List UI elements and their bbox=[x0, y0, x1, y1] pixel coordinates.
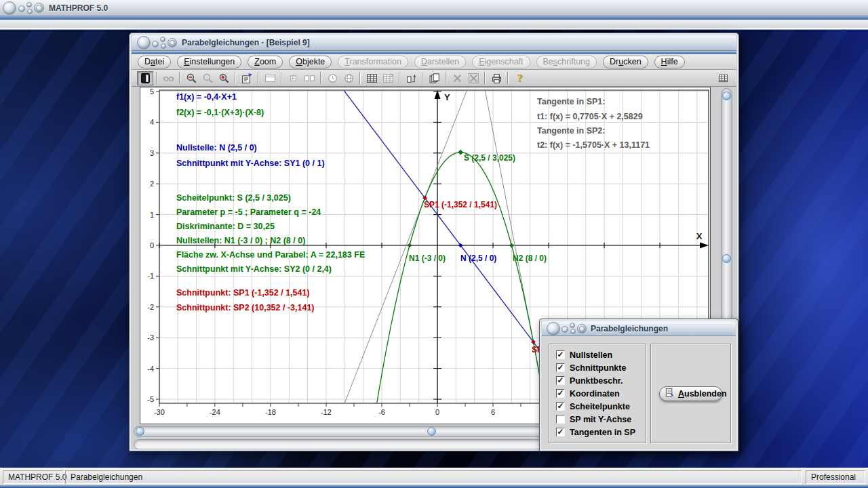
ausblenden-button[interactable]: Ausblenden bbox=[659, 386, 722, 401]
properties-icon[interactable] bbox=[239, 71, 255, 85]
checkbox-label: Scheitelpunkte bbox=[570, 402, 630, 411]
svg-text:S (2,5 / 3,025): S (2,5 / 3,025) bbox=[464, 153, 515, 163]
menu-zoom[interactable]: Zoom bbox=[248, 56, 283, 68]
graph-annotation: Nullstelle: N (2,5 / 0) bbox=[176, 143, 257, 152]
graph-annotation: Fläche zw. X-Achse und Parabel: A = 22,1… bbox=[176, 250, 365, 260]
checkbox-checked[interactable]: ✓ bbox=[556, 402, 565, 411]
clear-all-icon bbox=[465, 71, 481, 85]
graph-annotation: Schnittpunkt: SP1 (-1,352 / 1,541) bbox=[176, 288, 310, 298]
graph-annotation: f2(x) = -0,1·(X+3)·(X-8) bbox=[176, 108, 264, 117]
parabel-window-titlebar[interactable]: Parabelgleichungen - [Beispiel 9] bbox=[132, 35, 736, 51]
pages-icon[interactable] bbox=[426, 71, 442, 85]
vscroll-thumb[interactable] bbox=[722, 254, 731, 263]
hscroll-thumb[interactable] bbox=[427, 427, 436, 436]
table-icon[interactable] bbox=[363, 71, 380, 85]
actions-group: Ausblenden bbox=[650, 344, 731, 443]
toolbar-separator bbox=[422, 72, 423, 84]
desktop: MATHPROF 5.0 Parabelgleichungen - [Beisp… bbox=[0, 0, 868, 488]
print-icon[interactable] bbox=[488, 71, 505, 85]
globe-icon bbox=[340, 71, 357, 85]
rotate-page-icon[interactable] bbox=[403, 71, 419, 85]
svg-text:6: 6 bbox=[491, 408, 495, 416]
menu-objekte[interactable]: Objekte bbox=[289, 56, 332, 68]
toolbar-separator bbox=[399, 72, 400, 84]
checkbox-unchecked[interactable] bbox=[556, 415, 565, 424]
toolbar-separator bbox=[445, 72, 446, 84]
svg-text:-18: -18 bbox=[265, 408, 276, 416]
checkbox-label: Punktbeschr. bbox=[570, 376, 623, 386]
svg-text:-5: -5 bbox=[147, 395, 154, 403]
menu-hilfe[interactable]: Hilfe bbox=[654, 56, 685, 68]
graph-annotation: Scheitelpunkt: S (2,5 / 3,025) bbox=[176, 193, 291, 203]
zoom-out-icon[interactable] bbox=[183, 71, 199, 85]
hscroll-left-ball[interactable] bbox=[136, 427, 144, 436]
checkbox-row[interactable]: ✓Scheitelpunkte bbox=[556, 400, 646, 413]
checkbox-checked[interactable]: ✓ bbox=[556, 376, 565, 385]
window-button-small[interactable] bbox=[152, 41, 159, 47]
window-button-tiny-bottom[interactable] bbox=[27, 9, 33, 14]
svg-text:N2 (8 / 0): N2 (8 / 0) bbox=[513, 253, 547, 263]
svg-text:SP1 (-1,352 / 1,541): SP1 (-1,352 / 1,541) bbox=[424, 200, 497, 209]
corner-grid-icon[interactable] bbox=[715, 71, 731, 85]
window-button-tiny-top[interactable] bbox=[26, 2, 32, 7]
status-app: MATHPROF 5.0 bbox=[3, 470, 64, 484]
window-button-tiny-bottom[interactable] bbox=[161, 43, 166, 49]
svg-text:?: ? bbox=[517, 73, 522, 84]
checkbox-row[interactable]: SP mit Y-Achse bbox=[556, 413, 646, 426]
status-edition: Professional bbox=[806, 470, 865, 484]
toolbar-separator bbox=[507, 72, 509, 84]
vscroll-top-ball[interactable] bbox=[722, 92, 731, 100]
window-button-tiny-top[interactable] bbox=[160, 37, 165, 42]
checkbox-row[interactable]: ✓Punktbeschr. bbox=[556, 374, 646, 387]
checkbox-checked[interactable]: ✓ bbox=[556, 389, 565, 398]
display-options-group: ✓Nullstellen✓Schnittpunkte✓Punktbeschr.✓… bbox=[549, 344, 646, 443]
checkbox-checked[interactable]: ✓ bbox=[556, 428, 565, 436]
svg-text:Y: Y bbox=[444, 92, 450, 102]
menu-einstellungen[interactable]: Einstellungen bbox=[177, 56, 241, 68]
dialog-titlebar[interactable]: Parabelgleichungen bbox=[542, 321, 736, 336]
window-button-large[interactable] bbox=[547, 322, 560, 336]
checkbox-row[interactable]: ✓Tangenten in SP bbox=[556, 426, 646, 439]
window-button-small[interactable] bbox=[561, 326, 568, 333]
main-window-title: MATHPROF 5.0 bbox=[49, 0, 108, 16]
svg-text:4: 4 bbox=[150, 118, 154, 126]
svg-text:0: 0 bbox=[150, 241, 154, 249]
toolbar-separator bbox=[281, 72, 282, 84]
clock-icon bbox=[324, 71, 340, 85]
checkbox-checked[interactable]: ✓ bbox=[556, 363, 565, 372]
checkbox-checked[interactable]: ✓ bbox=[556, 350, 565, 359]
main-window-titlebar[interactable]: MATHPROF 5.0 bbox=[0, 0, 868, 16]
svg-text:-3: -3 bbox=[147, 333, 154, 342]
main-window-band bbox=[0, 20, 868, 30]
checkbox-row[interactable]: ✓Schnittpunkte bbox=[556, 361, 646, 374]
checkbox-label: Nullstellen bbox=[570, 350, 612, 360]
window-button-tiny-bottom[interactable] bbox=[570, 329, 576, 334]
dialog-title: Parabelgleichungen bbox=[591, 321, 668, 336]
ausblenden-label: Ausblenden bbox=[678, 389, 727, 399]
window-button-small[interactable] bbox=[18, 5, 25, 12]
status-module: Parabelgleichungen bbox=[65, 470, 802, 484]
graph-annotation: Schnittpunkt mit Y-Achse: SY2 (0 / 2,4) bbox=[176, 264, 332, 274]
window-button-large[interactable] bbox=[3, 1, 16, 15]
checkbox-row[interactable]: ✓Koordinaten bbox=[556, 387, 646, 400]
menu-drucken[interactable]: Drucken bbox=[603, 56, 648, 68]
help-icon[interactable]: ? ? bbox=[511, 71, 528, 85]
svg-text:N1 (-3 / 0): N1 (-3 / 0) bbox=[409, 253, 446, 263]
svg-text:N (2,5 / 0): N (2,5 / 0) bbox=[460, 253, 496, 263]
menu-beschriftung: Beschriftung bbox=[536, 56, 597, 68]
svg-text:2: 2 bbox=[150, 180, 154, 188]
window-button-large[interactable] bbox=[137, 36, 151, 49]
menu-eigenschaft: Eigenschaft bbox=[472, 56, 530, 68]
checkbox-label: Tangenten in SP bbox=[570, 428, 635, 437]
window-button-tiny-top[interactable] bbox=[570, 323, 575, 328]
toolbar-separator bbox=[359, 72, 361, 84]
graph-annotation: Tangente in SP1: bbox=[537, 97, 605, 106]
checkbox-row[interactable]: ✓Nullstellen bbox=[556, 348, 646, 361]
svg-text:5: 5 bbox=[150, 87, 154, 96]
svg-text:-24: -24 bbox=[210, 408, 220, 416]
menu-datei[interactable]: Datei bbox=[138, 56, 171, 68]
layout-icon bbox=[262, 71, 278, 85]
panel-toggle-icon[interactable] bbox=[137, 71, 153, 85]
status-bar: MATHPROF 5.0 Parabelgleichungen Professi… bbox=[0, 468, 868, 485]
zoom-in-icon[interactable] bbox=[216, 71, 232, 85]
